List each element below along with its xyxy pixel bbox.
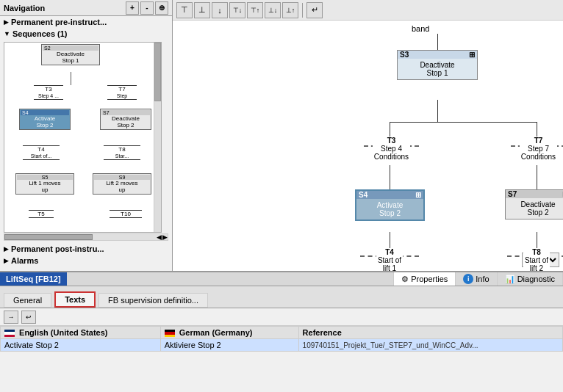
- cell-ref: 109740151_Projekt_Tue/_STEP7_und_WinCC_A…: [298, 339, 562, 352]
- toolbar-btn-3[interactable]: ↓: [212, 2, 228, 18]
- col-ref-label: Reference: [303, 328, 342, 337]
- arrow-icon: ▶: [4, 18, 9, 26]
- tab-info-label: Info: [476, 275, 489, 283]
- mini-trans-t3: T3Step 4 ...: [26, 85, 71, 100]
- vline-s3-branch: [437, 100, 438, 122]
- col-en-label: English (United States): [19, 328, 107, 337]
- toolbar-btn-2[interactable]: ⊥: [194, 2, 210, 18]
- properties-icon: ⚙: [401, 275, 409, 284]
- nav-item-label: Permanent pre-instruct...: [11, 18, 107, 26]
- col-de-label: German (Germany): [179, 328, 253, 337]
- mini-node-s9: S9 Lift 2 movesup: [93, 173, 151, 195]
- col-header-en: English (United States): [1, 327, 161, 339]
- nav-zoom-in-btn[interactable]: +: [126, 1, 139, 15]
- table-header-row: English (United States) German (Germany)…: [1, 327, 563, 339]
- col-header-de: German (Germany): [160, 327, 298, 339]
- mini-trans-t5: T5: [26, 210, 56, 218]
- bottom-toolbar: → ↩: [0, 308, 563, 326]
- step-s4-header: S4 ⊞: [356, 191, 423, 199]
- bottom-toolbar-btn-2[interactable]: ↩: [21, 311, 36, 324]
- mini-node-s4-active: S4 ActivateStop 2: [19, 109, 71, 130]
- sfc-transition-t3[interactable]: T3 Step 4Conditions: [364, 137, 419, 161]
- mini-trans-t4: T4Start of...: [19, 145, 63, 160]
- bottom-header-row: LiftSeq [FB12] ⚙ Properties i Info 📊: [0, 272, 563, 286]
- tab-general-label: General: [13, 296, 42, 305]
- toolbar-separator: [302, 3, 303, 18]
- mini-trans-t10: T10: [107, 210, 144, 218]
- mini-diagram-canvas: S2 DeactivateStop 1 T3Step 4 ...: [4, 42, 162, 233]
- mini-trans-t7: T7Step: [100, 85, 144, 100]
- t7-label: T7 Step 7Conditions: [520, 137, 557, 161]
- nav-item-permanent-post[interactable]: ▶ Permanent post-instru...: [0, 243, 172, 255]
- vline-top-s3: [437, 34, 438, 50]
- info-icon: i: [463, 274, 473, 284]
- top-area: Navigation + - ⊕ ▶ Permanent pre-instruc…: [0, 0, 563, 271]
- diagram-toolbar: ⊤ ⊥ ↓ ⊤↓ ⊤↑ ⊥↓ ⊥↑ ↵: [173, 0, 563, 21]
- main-container: Navigation + - ⊕ ▶ Permanent pre-instruc…: [0, 0, 563, 392]
- step-s4-id: S4: [359, 191, 367, 199]
- mini-hscroll[interactable]: ◀ ▶: [4, 233, 168, 241]
- us-flag-icon: [4, 330, 15, 337]
- arrow-icon: ▶: [4, 245, 9, 253]
- mini-hscroll-thumb[interactable]: [4, 234, 93, 240]
- sfc-transition-t4[interactable]: T4 Start oflift 1: [360, 248, 419, 271]
- step-s7-label: DeactivateStop 2: [506, 198, 563, 219]
- diagnostic-icon: 📊: [505, 275, 515, 284]
- step-s3-header: S3 ⊞: [398, 51, 477, 59]
- nav-item-alarms[interactable]: ▶ Alarms: [0, 255, 172, 266]
- tab-fb-supervision[interactable]: FB supervision definitio...: [98, 293, 208, 308]
- sfc-step-s7[interactable]: S7 ⊞ DeactivateStop 2: [505, 189, 563, 219]
- sfc-container: band S3 ⊞ DeactivateStop 1: [173, 21, 563, 271]
- step-s3-label: DeactivateStop 1: [398, 59, 477, 79]
- toolbar-btn-8[interactable]: ↵: [306, 2, 323, 18]
- mini-node-s2: S2 DeactivateStop 1: [41, 44, 100, 65]
- tab-general[interactable]: General: [4, 293, 51, 308]
- bottom-toolbar-btn-1[interactable]: →: [4, 311, 18, 324]
- toolbar-btn-1[interactable]: ⊤: [176, 2, 193, 18]
- t4-label: T4 Start oflift 1: [376, 248, 403, 271]
- step-s4-grid-icon: ⊞: [415, 191, 421, 199]
- mini-nav-right[interactable]: ▶: [162, 233, 168, 241]
- nav-item-permanent-pre[interactable]: ▶ Permanent pre-instruct...: [0, 16, 172, 28]
- sfc-step-s3[interactable]: S3 ⊞ DeactivateStop 1: [397, 50, 478, 80]
- nav-item-sequences[interactable]: ▼ Sequences (1): [0, 28, 172, 40]
- toolbar-btn-5[interactable]: ⊤↑: [247, 2, 263, 18]
- mini-scroll-indicator[interactable]: [154, 43, 161, 232]
- arrow-icon: ▶: [4, 257, 9, 264]
- tab-info[interactable]: i Info: [456, 272, 497, 286]
- toolbar-btn-4[interactable]: ⊤↓: [229, 2, 245, 18]
- nav-tree: ▶ Permanent pre-instruct... ▼ Sequences …: [0, 16, 172, 271]
- tab-diagnostic[interactable]: 📊 Diagnostic: [498, 272, 563, 286]
- spacer: [67, 272, 394, 286]
- nav-item-label: Sequences (1): [12, 29, 68, 38]
- languages-table: English (United States) German (Germany)…: [0, 326, 563, 352]
- tab-properties[interactable]: ⚙ Properties: [394, 272, 456, 286]
- sfc-step-s4-active[interactable]: S4 ⊞ ActivateStop 2: [355, 189, 425, 221]
- tab-texts[interactable]: Texts: [54, 291, 96, 308]
- nav-item-label: Permanent post-instru...: [11, 244, 104, 253]
- de-text: Aktiviere Stop 2: [165, 341, 221, 349]
- mini-nav-left[interactable]: ◀: [157, 233, 162, 241]
- table-row[interactable]: Activate Stop 2 Aktiviere Stop 2 1097401…: [1, 339, 563, 352]
- liftseq-title: LiftSeq [FB12]: [0, 272, 67, 286]
- bottom-right-tabs-container: ⚙ Properties i Info 📊 Diagnostic: [67, 272, 563, 286]
- nav-fit-btn[interactable]: ⊕: [155, 1, 168, 15]
- band-label: band: [412, 24, 429, 33]
- nav-zoom-out-btn[interactable]: -: [140, 1, 154, 15]
- mini-trans-t8: T8Star...: [100, 145, 144, 160]
- mini-nav-arrows: ◀ ▶: [157, 233, 168, 241]
- step-s3-id: S3: [400, 51, 409, 59]
- v-line-1: [71, 72, 71, 85]
- en-text: Activate Stop 2: [4, 341, 59, 349]
- nav-title: Navigation: [4, 4, 45, 12]
- sfc-canvas[interactable]: band S3 ⊞ DeactivateStop 1: [173, 21, 563, 271]
- toolbar-btn-6[interactable]: ⊥↓: [265, 2, 281, 18]
- sfc-transition-t7[interactable]: T7 Step 7Conditions: [511, 137, 563, 161]
- nav-item-label: Alarms: [11, 256, 38, 265]
- step-s7-header: S7 ⊞: [506, 190, 563, 198]
- step-s7-id: S7: [508, 190, 517, 198]
- cell-en: Activate Stop 2: [1, 339, 161, 352]
- bottom-panel: LiftSeq [FB12] ⚙ Properties i Info 📊: [0, 271, 563, 392]
- toolbar-btn-7[interactable]: ⊥↑: [282, 2, 298, 18]
- mini-scroll-thumb[interactable]: [154, 43, 161, 101]
